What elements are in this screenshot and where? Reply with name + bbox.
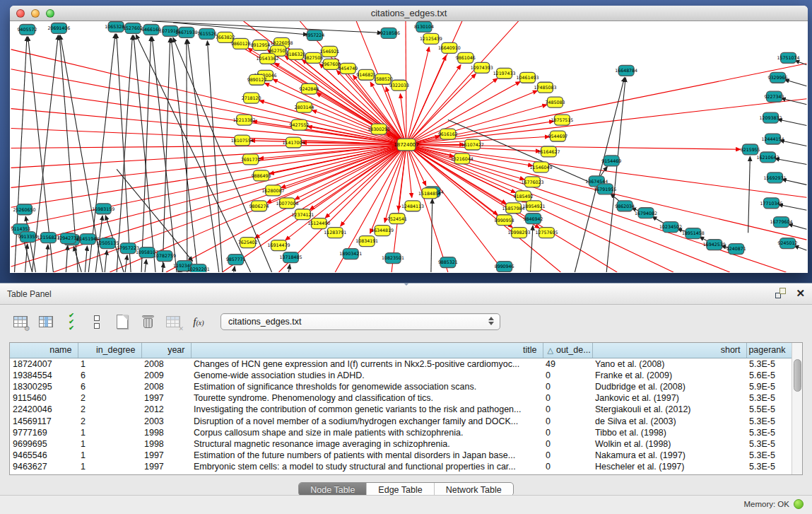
- gear-icon: ⚙: [24, 325, 30, 332]
- network-table-selector[interactable]: citations_edges.txt: [220, 313, 500, 330]
- table-row[interactable]: 1456911722003Disruption of a novel membe…: [10, 416, 792, 427]
- table-row[interactable]: 1938455462009Genome-wide association stu…: [10, 370, 792, 381]
- svg-text:16280087: 16280087: [262, 188, 285, 193]
- svg-text:7957224: 7957224: [305, 33, 324, 37]
- cell-title: Genome-wide association studies in ADHD.: [191, 370, 543, 381]
- table-scrollbar[interactable]: [792, 343, 802, 474]
- cell-name: 9699695: [10, 438, 78, 450]
- column-header-name[interactable]: name: [10, 343, 78, 358]
- cell-name: 9777169: [10, 427, 78, 438]
- cell-title: Tourette syndrome. Phenomenology and cla…: [191, 392, 543, 404]
- svg-text:7524541: 7524541: [387, 216, 407, 221]
- svg-text:16779604: 16779604: [770, 219, 793, 224]
- float-panel-icon[interactable]: [775, 288, 786, 298]
- scrollbar-thumb[interactable]: [794, 359, 801, 392]
- table-row[interactable]: 2242004622012Investigating the contribut…: [10, 404, 792, 415]
- svg-text:9861046: 9861046: [456, 55, 476, 60]
- cell-name: 19384554: [10, 370, 78, 381]
- cell-title: Estimation of the future numbers of pati…: [191, 450, 543, 461]
- cell-pagerank: 5.3E-5: [746, 358, 792, 370]
- svg-text:9806274: 9806274: [249, 204, 269, 209]
- table-settings-button[interactable]: ⚙: [10, 311, 31, 332]
- svg-text:16210643: 16210643: [757, 155, 779, 160]
- svg-text:13674544: 13674544: [585, 179, 608, 184]
- svg-text:14671938: 14671938: [175, 30, 198, 35]
- svg-text:9245012: 9245012: [778, 240, 798, 245]
- column-header-short[interactable]: short: [592, 343, 746, 358]
- svg-text:15983159: 15983159: [92, 206, 114, 211]
- svg-text:13718485: 13718485: [280, 255, 302, 259]
- select-columns-button[interactable]: ✔✔✔: [61, 311, 82, 332]
- trash-icon: [142, 315, 154, 329]
- svg-text:10974393: 10974393: [471, 65, 493, 70]
- column-header-title[interactable]: title: [191, 343, 543, 358]
- cell-year: 1997: [141, 392, 191, 404]
- citation-network-graph[interactable]: 9405572206914061065328715276026466160107…: [10, 21, 808, 272]
- svg-text:16107427: 16107427: [461, 142, 484, 147]
- cell-year: 2009: [141, 370, 191, 381]
- status-bar: Memory: OK: [0, 495, 812, 514]
- table-row[interactable]: 1830029562008Estimation of significance …: [10, 381, 792, 392]
- table-row[interactable]: 946554611997Estimation of the future num…: [10, 450, 792, 461]
- cell-out_degree: 0: [543, 392, 592, 404]
- svg-text:19218586: 19218586: [377, 30, 400, 35]
- panel-resize-notch[interactable]: [404, 283, 409, 286]
- svg-text:18724007: 18724007: [394, 142, 418, 148]
- cell-out_degree: 0: [543, 461, 592, 472]
- create-column-button[interactable]: [112, 311, 133, 332]
- cell-short: Jankovic et al. (1997): [592, 392, 746, 404]
- svg-text:25260650: 25260650: [13, 207, 36, 212]
- tab-network-table[interactable]: Network Table: [435, 483, 513, 496]
- tab-node-table[interactable]: Node Table: [299, 483, 367, 496]
- cell-pagerank: 5.3E-5: [746, 392, 792, 404]
- cell-title: Estimation of significance thresholds fo…: [191, 381, 543, 392]
- function-builder-button[interactable]: f(x): [188, 311, 209, 332]
- cell-short: Stergiakouli et al. (2012): [592, 404, 746, 415]
- cell-pagerank: 5.3E-5: [746, 450, 792, 461]
- svg-text:18951458: 18951458: [682, 230, 705, 235]
- cell-name: 18300295: [10, 381, 78, 392]
- table-row[interactable]: 1872400712008Changes of HCN gene express…: [10, 358, 792, 370]
- table-row[interactable]: 946362711997Embryonic stem cells: a mode…: [10, 461, 792, 472]
- svg-text:9227343: 9227343: [765, 94, 784, 99]
- svg-text:9862034: 9862034: [615, 204, 635, 209]
- cell-out_degree: 0: [543, 427, 592, 438]
- svg-text:1588520: 1588520: [373, 76, 393, 81]
- tab-edge-table[interactable]: Edge Table: [367, 483, 434, 496]
- svg-text:9616162: 9616162: [438, 132, 458, 136]
- svg-text:8454749: 8454749: [338, 66, 358, 71]
- svg-text:15692931: 15692931: [764, 175, 787, 180]
- cell-in_degree: 2: [78, 416, 141, 427]
- cell-name: 14569117: [10, 416, 78, 427]
- svg-text:9627505: 9627505: [269, 48, 288, 53]
- table-row[interactable]: 969969511998Structural magnetic resonanc…: [10, 438, 792, 450]
- svg-text:1546921: 1546921: [319, 49, 339, 54]
- column-layout-button[interactable]: [86, 311, 107, 332]
- table-row[interactable]: 977716911998Corpus callosum shape and si…: [10, 427, 792, 438]
- svg-text:2718120: 2718120: [242, 95, 261, 100]
- cell-out_degree: 0: [543, 370, 592, 381]
- column-header-year[interactable]: year: [141, 343, 191, 358]
- cell-pagerank: 5.3E-5: [746, 461, 792, 472]
- cell-name: 22420046: [10, 404, 78, 415]
- sort-ascending-icon: △: [548, 346, 553, 355]
- show-columns-button[interactable]: [35, 311, 57, 332]
- node-table-grid: namein_degreeyeartitle△out_de...shortpag…: [10, 343, 792, 473]
- cell-out_degree: 0: [543, 438, 592, 450]
- svg-text:11283791: 11283791: [324, 230, 346, 235]
- column-header-pagerank[interactable]: pagerank: [746, 343, 792, 358]
- delete-column-button[interactable]: [137, 311, 158, 332]
- column-header-in_degree[interactable]: in_degree: [78, 343, 141, 358]
- network-canvas[interactable]: 9405572206914061065328715276026466160107…: [10, 21, 808, 272]
- cell-pagerank: 5.9E-5: [746, 381, 792, 392]
- column-header-out_degree[interactable]: △out_de...: [543, 343, 592, 358]
- cell-title: Structural magnetic resonance image aver…: [191, 438, 543, 450]
- network-window-titlebar[interactable]: citations_edges.txt: [10, 6, 808, 21]
- table-panel-title: Table Panel: [7, 289, 52, 299]
- network-window: citations_edges.txt 94055722069140610653…: [10, 6, 808, 273]
- close-panel-icon[interactable]: ✕: [796, 288, 805, 298]
- table-row[interactable]: 911546021997Tourette syndrome. Phenomeno…: [10, 392, 792, 404]
- svg-text:10782759: 10782759: [153, 253, 176, 258]
- rows-icon: [94, 315, 100, 329]
- svg-text:17710345: 17710345: [760, 201, 783, 206]
